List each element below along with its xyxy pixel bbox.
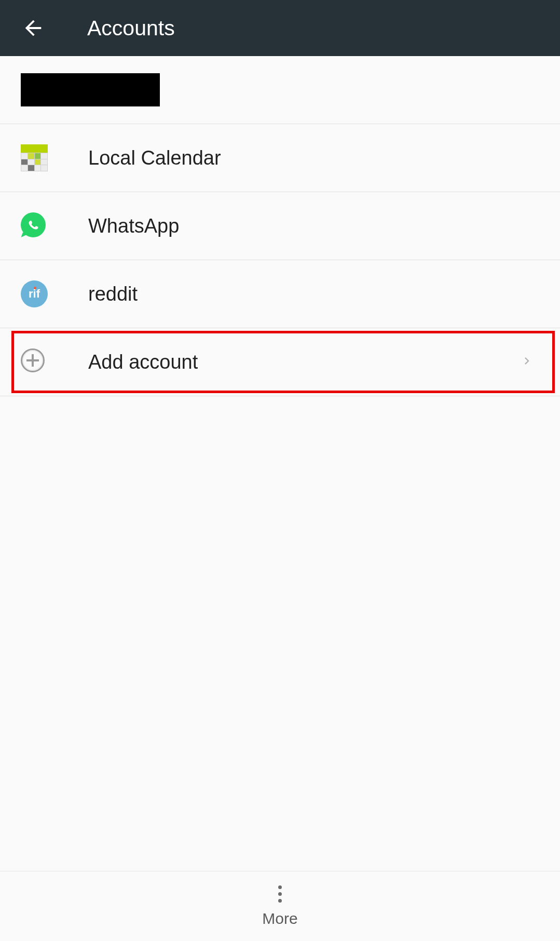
page-title: Accounts <box>87 16 175 41</box>
calendar-icon <box>21 144 48 171</box>
account-item-whatsapp[interactable]: WhatsApp <box>0 192 560 260</box>
back-button[interactable] <box>20 15 47 42</box>
bottom-toolbar: More <box>0 871 560 941</box>
redacted-label <box>21 73 160 106</box>
account-label: WhatsApp <box>88 215 179 237</box>
account-item-reddit[interactable]: rif reddit <box>0 260 560 328</box>
overflow-dot-icon <box>278 892 282 896</box>
account-label: Local Calendar <box>88 147 221 169</box>
add-account-row[interactable]: Add account <box>0 328 560 396</box>
app-header: Accounts <box>0 0 560 56</box>
account-label: reddit <box>88 283 138 305</box>
overflow-dot-icon <box>278 885 282 889</box>
account-item-redacted[interactable] <box>0 56 560 124</box>
overflow-dot-icon <box>278 899 282 903</box>
accounts-list: Local Calendar WhatsApp rif reddit <box>0 56 560 871</box>
plus-circle-icon <box>21 348 48 375</box>
more-label: More <box>262 910 297 927</box>
more-button[interactable] <box>278 885 282 903</box>
rif-icon: rif <box>21 280 48 307</box>
whatsapp-icon <box>21 212 48 239</box>
account-item-local-calendar[interactable]: Local Calendar <box>0 124 560 192</box>
add-account-label: Add account <box>88 351 198 373</box>
arrow-back-icon <box>21 16 45 40</box>
chevron-right-icon <box>520 354 534 370</box>
